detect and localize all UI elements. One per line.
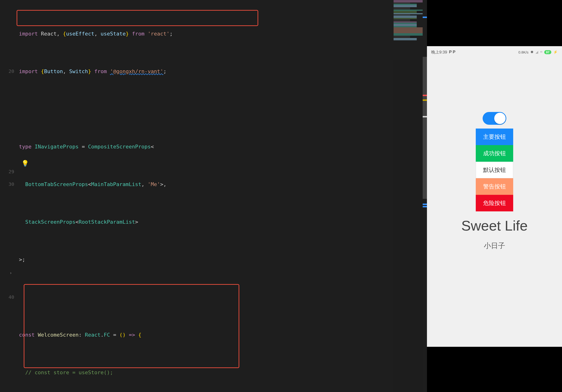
title-text: Sweet Life	[461, 218, 528, 234]
default-button[interactable]: 默认按钮	[476, 162, 513, 178]
scroll-marker	[423, 203, 427, 205]
scroll-marker	[423, 17, 427, 18]
battery-badge: 97	[544, 50, 551, 54]
switch-thumb	[494, 113, 506, 124]
code-editor[interactable]: 20 29 30 40 import React, {useEffect, us…	[0, 0, 427, 392]
status-network-speed: 0.8K/s	[518, 50, 529, 54]
success-button[interactable]: 成功按钮	[476, 145, 513, 162]
quickfix-lightbulb-icon[interactable]: 💡	[21, 160, 29, 167]
line-number: 30	[0, 178, 14, 190]
status-app-icons: P P	[449, 50, 455, 55]
subtitle-text: 小日子	[484, 241, 505, 251]
code-content[interactable]: import React, {useEffect, useState} from…	[19, 2, 427, 392]
line-number: 20	[0, 65, 14, 78]
phone-screen[interactable]: 晚上9:39 P P 0.8K/s ✱ ◢ ⌔ 97 ⚡ 主要按钮 成功按钮 默…	[427, 46, 562, 347]
phone-content: 主要按钮 成功按钮 默认按钮 警告按钮 危险按钮 Sweet Life 小日子	[427, 58, 562, 251]
charging-icon: ⚡	[553, 50, 558, 54]
primary-button[interactable]: 主要按钮	[476, 129, 513, 145]
scroll-marker	[423, 95, 427, 96]
minimap[interactable]	[393, 0, 426, 392]
danger-button[interactable]: 危险按钮	[476, 195, 513, 211]
warning-button[interactable]: 警告按钮	[476, 178, 513, 195]
status-time: 晚上9:39	[431, 49, 447, 55]
line-gutter: 20 29 30 40	[0, 2, 19, 303]
signal-icon: ◢	[536, 50, 538, 54]
wifi-icon: ⌔	[540, 50, 542, 54]
scroll-marker	[423, 206, 427, 207]
scroll-marker	[423, 116, 427, 117]
fold-arrow-icon[interactable]: ›	[10, 270, 12, 275]
scrollbar-thumb[interactable]	[423, 57, 427, 199]
device-preview: 晚上9:39 P P 0.8K/s ✱ ◢ ⌔ 97 ⚡ 主要按钮 成功按钮 默…	[427, 0, 562, 392]
line-number: 29	[0, 166, 14, 178]
switch-toggle[interactable]	[483, 112, 506, 125]
scroll-marker	[423, 100, 427, 101]
editor-scrollbar[interactable]	[423, 0, 427, 392]
bluetooth-icon: ✱	[530, 50, 534, 54]
line-number: 40	[0, 291, 14, 303]
phone-status-bar: 晚上9:39 P P 0.8K/s ✱ ◢ ⌔ 97 ⚡	[427, 46, 562, 58]
